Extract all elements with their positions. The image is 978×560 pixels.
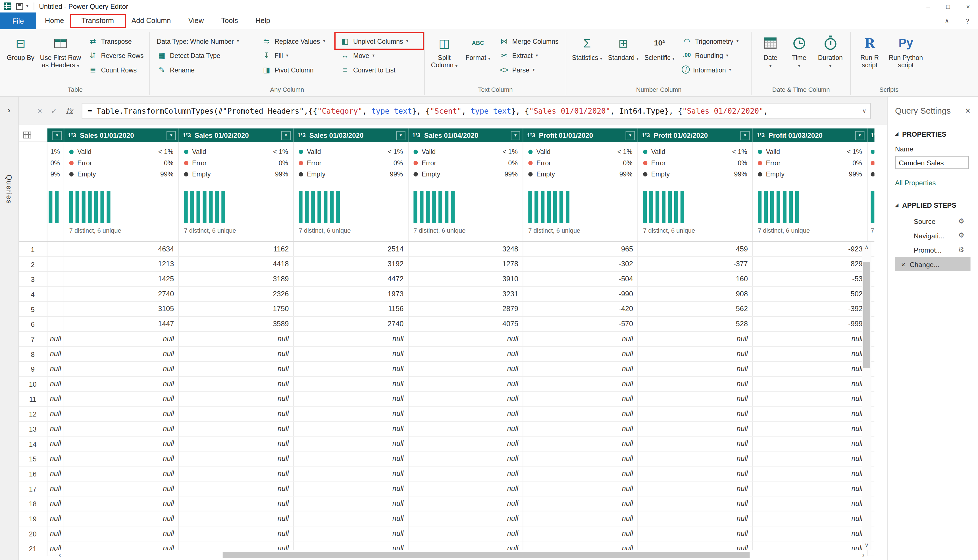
expand-queries-icon[interactable]: › [8,105,10,115]
step-settings-gear-icon[interactable]: ⚙ [958,231,965,240]
column-type-icon[interactable]: 1²3 [871,132,874,138]
row-number[interactable]: 19 [19,512,47,526]
table-cell[interactable]: null [408,362,523,376]
expand-formula-icon[interactable]: ∨ [862,108,866,114]
column-header[interactable]: 1²3 Sales 01/04/2020 ▾ [408,128,523,142]
table-cell[interactable]: null [294,392,408,406]
date-button[interactable]: Date▾ [759,32,782,70]
table-cell[interactable]: null [523,392,638,406]
table-cell[interactable]: 3910 [408,272,523,286]
table-cell[interactable]: null [47,497,64,510]
formula-accept-icon[interactable]: ✓ [51,106,57,115]
row-number[interactable]: 11 [19,392,47,406]
table-cell[interactable]: 3248 [408,242,523,256]
table-cell[interactable]: null [179,392,294,406]
table-cell[interactable]: null [408,422,523,436]
table-cell[interactable]: null [638,362,753,376]
menu-tab-file[interactable]: File [0,13,36,29]
run-python-script-button[interactable]: Py Run Python script [888,32,923,68]
column-type-icon[interactable]: 1²3 [298,132,306,138]
row-number[interactable]: 13 [19,422,47,436]
table-cell[interactable]: null [523,347,638,361]
column-type-icon[interactable]: 1²3 [642,132,650,138]
horizontal-scroll-thumb[interactable] [223,552,750,558]
column-filter-dropdown[interactable]: ▾ [281,131,291,140]
table-cell[interactable]: null [753,482,868,496]
table-cell[interactable]: null [47,347,64,361]
parse-button[interactable]: <>Parse▾ [497,63,562,77]
table-cell[interactable]: null [294,422,408,436]
row-number[interactable]: 17 [19,482,47,496]
table-cell[interactable]: 3231 [408,287,523,301]
table-cell[interactable] [47,272,64,286]
scroll-up-icon[interactable]: ∧ [865,243,869,251]
properties-section-header[interactable]: ◢ PROPERTIES [895,130,975,138]
duration-button[interactable]: Duration▾ [816,32,845,70]
table-cell[interactable]: null [64,407,179,421]
table-cell[interactable]: null [408,332,523,346]
collapse-ribbon-icon[interactable]: ∧ [945,17,949,24]
table-cell[interactable]: -420 [523,302,638,316]
table-cell[interactable]: null [179,452,294,466]
table-cell[interactable]: -302 [523,257,638,271]
table-cell[interactable]: null [753,422,868,436]
table-cell[interactable]: null [179,497,294,510]
table-cell[interactable]: null [64,437,179,451]
scientific-button[interactable]: 10² Scientific ▾ [644,32,675,62]
table-cell[interactable]: null [638,377,753,391]
table-cell[interactable]: 3589 [179,317,294,331]
table-cell[interactable]: null [753,527,868,541]
table-cell[interactable]: null [64,497,179,510]
table-cell[interactable]: null [47,407,64,421]
column-type-icon[interactable]: 1²3 [68,132,76,138]
run-r-script-button[interactable]: R Run R script [856,32,883,68]
table-cell[interactable]: null [408,512,523,526]
table-cell[interactable]: null [408,497,523,510]
table-cell[interactable]: 4472 [294,272,408,286]
table-cell[interactable]: null [408,482,523,496]
applied-step[interactable]: ×Change... [895,257,971,271]
table-cell[interactable]: null [408,377,523,391]
table-cell[interactable]: null [753,347,868,361]
horizontal-scroll-track[interactable] [63,551,860,558]
table-cell[interactable]: 459 [638,242,753,256]
extract-button[interactable]: ✂Extract▾ [497,48,562,62]
table-cell[interactable]: null [638,482,753,496]
column-header[interactable]: 1²3 Profit 01/01/2020 ▾ [523,128,638,142]
row-number[interactable]: 16 [19,467,47,481]
step-settings-gear-icon[interactable]: ⚙ [958,217,965,225]
table-cell[interactable]: null [523,362,638,376]
table-cell[interactable]: null [64,512,179,526]
table-cell[interactable]: null [179,527,294,541]
column-type-icon[interactable]: 1²3 [527,132,535,138]
table-cell[interactable]: null [294,332,408,346]
table-cell[interactable]: null [179,482,294,496]
transpose-button[interactable]: ⇄Transpose [86,34,145,48]
table-cell[interactable]: null [638,497,753,510]
table-cell[interactable]: null [294,512,408,526]
table-cell[interactable]: -53 [753,272,868,286]
menu-tab-home[interactable]: Home [36,13,73,29]
table-cell[interactable] [47,287,64,301]
table-cell[interactable]: null [638,332,753,346]
menu-tab-add-column[interactable]: Add Column [123,13,180,29]
column-type-icon[interactable]: 1²3 [183,132,191,138]
row-number[interactable]: 9 [19,362,47,376]
table-cell[interactable] [47,302,64,316]
scroll-down-icon[interactable]: ∨ [865,541,869,548]
table-cell[interactable]: 1156 [294,302,408,316]
table-cell[interactable]: null [294,482,408,496]
table-cell[interactable]: 908 [638,287,753,301]
close-panel-icon[interactable]: × [965,105,971,115]
menu-tab-help[interactable]: Help [247,13,279,29]
value-distribution-histogram[interactable] [758,185,862,223]
table-cell[interactable]: null [523,437,638,451]
column-filter-dropdown[interactable]: ▾ [52,131,62,140]
column-filter-dropdown[interactable]: ▾ [626,131,635,140]
menu-tab-transform[interactable]: Transform [73,13,123,29]
column-header[interactable]: 1²3 Sales 01/01/2020 ▾ [64,128,179,142]
table-cell[interactable]: null [294,467,408,481]
table-cell[interactable]: 1213 [64,257,179,271]
table-cell[interactable]: null [408,392,523,406]
table-cell[interactable]: 2740 [64,287,179,301]
